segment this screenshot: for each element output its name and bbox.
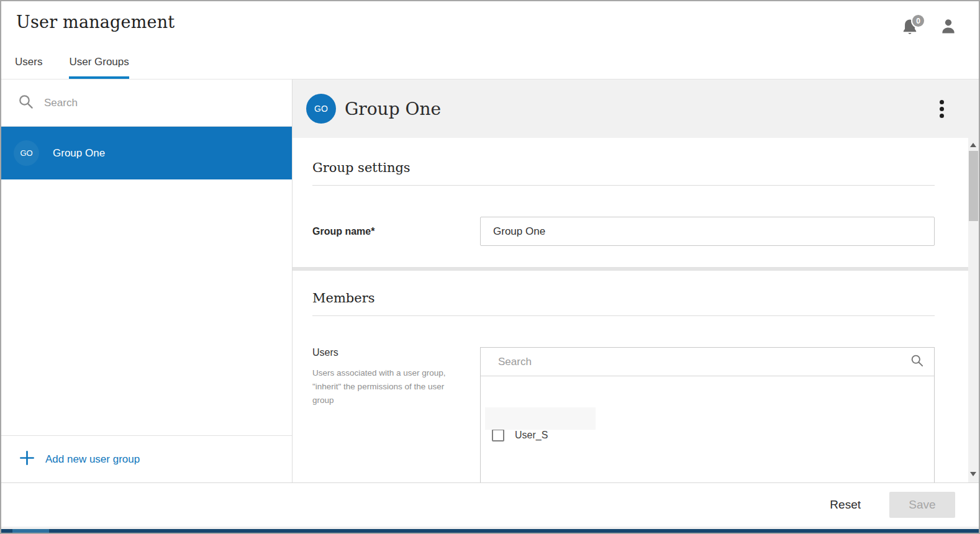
vertical-scrollbar[interactable]	[968, 138, 979, 482]
save-button[interactable]: Save	[889, 492, 955, 518]
group-header-avatar: GO	[306, 94, 336, 124]
notifications-button[interactable]: 0	[899, 16, 922, 40]
users-field-label: Users	[312, 347, 480, 358]
main-panel: GO Group One Group settings Group name*	[293, 79, 979, 482]
users-field-description: Users associated with a user group, "inh…	[312, 366, 463, 407]
group-name-input[interactable]	[480, 217, 935, 246]
divider	[312, 185, 935, 186]
add-user-group-button[interactable]: Add new user group	[1, 435, 292, 482]
hover-highlight	[485, 407, 596, 430]
scroll-up-arrow-icon[interactable]	[970, 143, 976, 147]
users-search-input[interactable]	[498, 356, 904, 368]
group-item-label: Group One	[53, 147, 105, 160]
user-checkbox[interactable]	[492, 429, 504, 441]
sidebar-search	[1, 79, 292, 127]
horizontal-scrollbar-thumb[interactable]	[12, 529, 49, 533]
bottom-navy-bar	[1, 529, 979, 533]
tab-user-groups[interactable]: User Groups	[69, 56, 129, 79]
plus-icon	[19, 450, 35, 469]
scroll-down-arrow-icon[interactable]	[970, 472, 976, 476]
sidebar-search-input[interactable]	[44, 97, 279, 109]
sidebar-item-group-one[interactable]: GO Group One	[1, 127, 292, 179]
user-icon	[939, 27, 958, 38]
add-user-group-label: Add new user group	[45, 453, 140, 466]
notification-badge: 0	[911, 14, 925, 28]
users-option-list: Stibo Nine User_S	[481, 404, 934, 482]
tab-bar: Users User Groups	[15, 56, 129, 79]
group-detail-content: Group settings Group name*	[293, 138, 979, 482]
sidebar: GO Group One Add new user group	[1, 79, 293, 482]
users-search-row	[481, 348, 934, 376]
scrollbar-thumb[interactable]	[969, 151, 978, 221]
search-icon	[17, 93, 34, 112]
group-name-field-row: Group name*	[312, 217, 935, 267]
group-detail-header: GO Group One	[293, 79, 979, 138]
page-title: User management	[16, 12, 175, 32]
form-scroll-area: Group settings Group name*	[293, 138, 968, 482]
action-bar: Reset Save	[1, 482, 979, 527]
group-settings-section: Group settings Group name*	[293, 138, 968, 267]
divider	[312, 315, 935, 316]
app-header: User management Users User Groups 0	[1, 1, 979, 79]
app-window: User management Users User Groups 0	[0, 0, 980, 534]
account-button[interactable]	[939, 16, 958, 38]
reset-button[interactable]: Reset	[830, 498, 861, 512]
app-body: GO Group One Add new user group GO Group…	[1, 79, 979, 482]
tab-users[interactable]: Users	[15, 56, 42, 79]
kebab-menu-icon[interactable]	[937, 97, 946, 120]
user-option-label: User_S	[515, 430, 548, 441]
users-picker: Stibo Nine User_S	[480, 347, 935, 482]
members-heading: Members	[312, 291, 935, 305]
bell-icon	[899, 30, 920, 40]
sidebar-spacer	[1, 179, 292, 435]
group-avatar: GO	[14, 140, 39, 166]
members-users-field-row: Users Users associated with a user group…	[312, 347, 935, 482]
search-icon	[910, 353, 924, 370]
members-section: Members Users Users associated with a us…	[293, 271, 968, 482]
group-settings-heading: Group settings	[312, 160, 935, 175]
group-name-label: Group name*	[312, 226, 480, 237]
header-icons: 0	[899, 16, 958, 40]
group-header-title: Group One	[345, 99, 441, 119]
